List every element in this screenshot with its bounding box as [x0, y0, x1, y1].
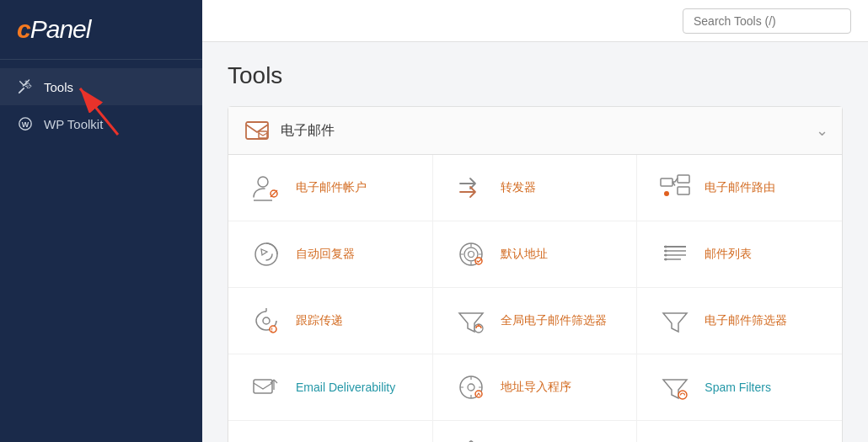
svg-rect-5 [259, 131, 267, 138]
tool-calendar-contacts[interactable]: 日历和联系人 [637, 421, 842, 442]
calendar-contacts-icon [657, 436, 693, 442]
svg-point-16 [468, 252, 474, 258]
track-delivery-icon: ! [249, 303, 284, 338]
section-expand-icon[interactable]: ⌄ [816, 121, 828, 140]
tool-autoresponders-label: 自动回复器 [296, 247, 355, 262]
email-deliverability-icon [249, 370, 284, 405]
sidebar-item-wp-toolkit-label: WP Toolkit [44, 117, 103, 131]
sidebar-item-tools[interactable]: Tools [0, 68, 202, 105]
tool-email-routing[interactable]: 电子邮件路由 [637, 155, 842, 221]
content-area: Tools 电子邮件 ⌄ [202, 42, 868, 442]
wp-icon: W [17, 115, 34, 132]
address-importer-icon [453, 370, 489, 405]
svg-point-17 [475, 258, 482, 264]
tool-global-email-filters[interactable]: 全局电子邮件筛选器 [433, 288, 638, 354]
svg-rect-11 [678, 187, 689, 194]
spam-filters-icon [657, 370, 693, 405]
tool-email-deliverability[interactable]: Email Deliverability [228, 354, 433, 421]
tool-default-address-label: 默认地址 [501, 247, 548, 262]
tool-global-email-filters-label: 全局电子邮件筛选器 [501, 313, 607, 328]
page-title: Tools [228, 62, 843, 89]
email-section-header[interactable]: 电子邮件 ⌄ [228, 107, 842, 155]
tool-email-filters-label: 电子邮件筛选器 [705, 313, 787, 328]
sidebar: cPanel Tools W WP Toolkit [0, 0, 202, 442]
svg-point-23 [665, 250, 667, 253]
svg-text:W: W [22, 120, 29, 129]
email-filters-icon [657, 303, 693, 338]
tool-track-delivery-label: 跟踪传递 [296, 313, 343, 328]
tool-email-filters[interactable]: 电子邮件筛选器 [637, 288, 842, 354]
sidebar-item-wp-toolkit[interactable]: W WP Toolkit [0, 105, 202, 142]
email-section-title: 电子邮件 [281, 122, 335, 140]
topbar [202, 0, 868, 42]
svg-point-37 [678, 391, 687, 399]
tools-icon [17, 78, 34, 95]
email-section: 电子邮件 ⌄ 电子邮件帐户 [228, 106, 843, 442]
boxtrapper-icon [453, 436, 489, 442]
svg-rect-10 [678, 175, 689, 183]
tool-encryption[interactable]: 加密 [228, 421, 433, 442]
svg-rect-32 [254, 380, 272, 393]
forwarders-icon [453, 170, 489, 205]
mailing-lists-icon [657, 237, 693, 272]
tool-forwarders[interactable]: 转发器 [433, 155, 638, 221]
global-email-filters-icon [453, 303, 489, 338]
tool-mailing-lists-label: 邮件列表 [705, 247, 752, 262]
svg-point-22 [665, 246, 667, 248]
tool-default-address[interactable]: 默认地址 [433, 221, 638, 288]
email-routing-icon [657, 170, 693, 205]
main-content: Tools 电子邮件 ⌄ [202, 0, 868, 442]
tool-email-routing-label: 电子邮件路由 [705, 180, 775, 195]
svg-rect-9 [661, 178, 672, 186]
svg-point-36 [475, 391, 482, 397]
default-address-icon [453, 237, 489, 272]
tool-boxtrapper[interactable]: BoxTrapper [433, 421, 638, 442]
svg-point-6 [258, 177, 268, 187]
search-input[interactable] [683, 8, 851, 34]
tool-address-importer[interactable]: 地址导入程序 [433, 354, 638, 421]
tool-email-accounts[interactable]: 电子邮件帐户 [228, 155, 433, 221]
tool-spam-filters[interactable]: Spam Filters [637, 354, 842, 421]
svg-point-12 [664, 191, 669, 196]
tool-autoresponders[interactable]: 自动回复器 [228, 221, 433, 288]
sidebar-item-tools-label: Tools [44, 80, 73, 94]
tool-spam-filters-label: Spam Filters [705, 381, 771, 394]
svg-point-35 [468, 384, 474, 391]
tool-address-importer-label: 地址导入程序 [501, 380, 571, 395]
sidebar-nav: Tools W WP Toolkit [0, 60, 202, 151]
encryption-icon [249, 436, 284, 442]
svg-point-25 [665, 258, 667, 261]
tool-mailing-lists[interactable]: 邮件列表 [637, 221, 842, 288]
tool-email-accounts-label: 电子邮件帐户 [296, 180, 367, 195]
svg-point-26 [263, 317, 270, 324]
svg-text:!: ! [271, 327, 273, 333]
email-section-icon [245, 119, 269, 142]
svg-point-24 [665, 254, 667, 257]
email-accounts-icon [249, 170, 284, 205]
tools-grid: 电子邮件帐户 转发器 [228, 155, 842, 442]
tool-track-delivery[interactable]: ! 跟踪传递 [228, 288, 433, 354]
tool-email-deliverability-label: Email Deliverability [296, 381, 395, 394]
autoresponders-icon [249, 237, 284, 272]
tool-forwarders-label: 转发器 [501, 180, 536, 195]
cpanel-logo: cPanel [0, 0, 202, 60]
